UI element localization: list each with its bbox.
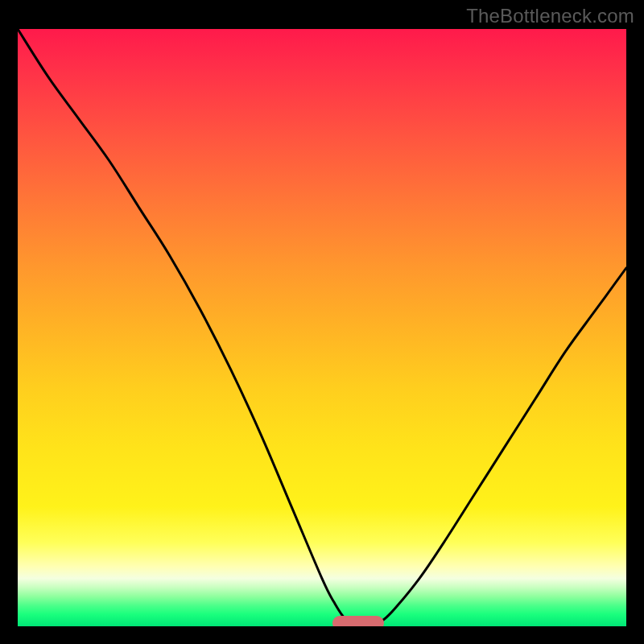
bottleneck-curve <box>18 29 626 626</box>
optimal-point-marker <box>332 616 384 626</box>
watermark-label: TheBottleneck.com <box>466 5 634 27</box>
chart-frame: TheBottleneck.com <box>0 0 644 644</box>
plot-area <box>18 29 626 626</box>
